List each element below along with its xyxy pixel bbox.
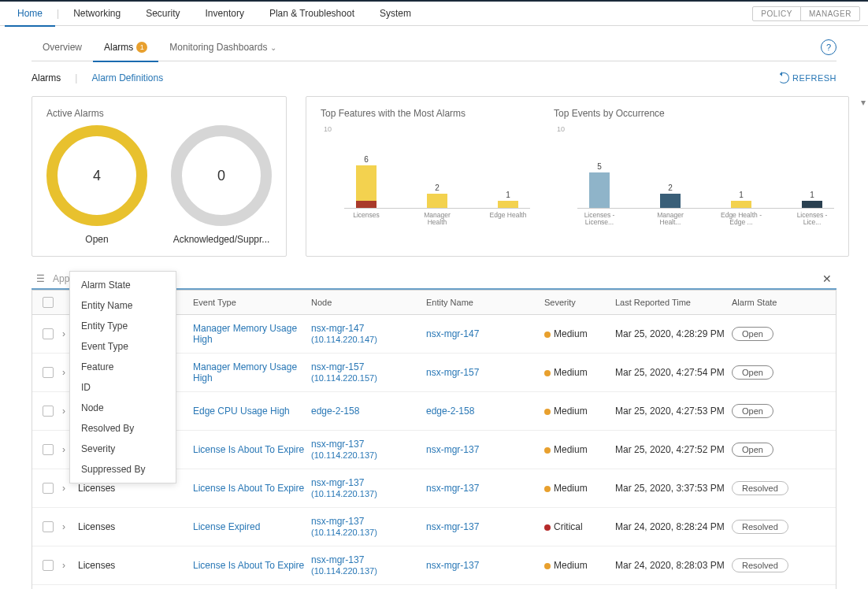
help-icon[interactable]: ? [821,39,836,55]
mode-toggle[interactable]: POLICY MANAGER [752,6,860,21]
expand-caret-icon[interactable]: › [62,483,78,494]
donut-open[interactable]: 4 [46,125,147,226]
nav-inventory[interactable]: Inventory [193,2,257,25]
tab-alarms[interactable]: Alarms [32,69,61,87]
cell-state[interactable]: Open [732,404,818,418]
chart-bar[interactable]: 1 [719,191,763,208]
col-time[interactable]: Last Reported Time [615,298,732,307]
subtab-alarms-label: Alarms [104,42,133,53]
subtab-overview[interactable]: Overview [32,34,93,61]
refresh-icon [778,72,789,83]
cell-time: Mar 25, 2020, 4:27:54 PM [615,367,732,378]
cell-event[interactable]: License Is About To Expire [193,483,311,494]
refresh-button[interactable]: REFRESH [778,72,836,83]
nav-plan-troubleshoot[interactable]: Plan & Troubleshoot [257,2,367,25]
cell-state[interactable]: Open [732,365,818,380]
filter-option[interactable]: Node [70,398,176,418]
col-entity[interactable]: Entity Name [426,298,544,307]
cell-entity[interactable]: edge-2-158 [426,406,544,417]
table-row[interactable]: ›LicensesLicense Is About To Expirensx-m… [32,585,836,589]
cell-severity: Medium [544,483,615,494]
row-checkbox[interactable] [43,444,54,455]
table-row[interactable]: ›LicensesLicense Expirednsx-mgr-137(10.1… [32,508,836,546]
cell-entity[interactable]: nsx-mgr-147 [426,328,544,339]
nav-system[interactable]: System [367,2,424,25]
donut-ack-label: Acknowledged/Suppr... [173,234,270,245]
chart-bar[interactable]: 6 [344,155,388,208]
cell-severity: Medium [544,444,615,455]
cell-state[interactable]: Resolved [732,558,818,572]
cell-node[interactable]: nsx-mgr-137(10.114.220.137) [311,477,426,499]
cell-event[interactable]: Edge CPU Usage High [193,406,311,417]
cell-event[interactable]: Manager Memory Usage High [193,361,311,383]
row-checkbox[interactable] [43,560,54,571]
filter-option[interactable]: Entity Type [70,316,176,336]
mode-policy[interactable]: POLICY [753,7,800,20]
subtab-alarms[interactable]: Alarms 1 [93,34,158,62]
cell-entity[interactable]: nsx-mgr-137 [426,560,544,571]
table-row[interactable]: ›LicensesLicense Is About To Expirensx-m… [32,546,836,585]
mode-manager[interactable]: MANAGER [800,7,859,20]
cell-node[interactable]: edge-2-158 [311,406,426,417]
cell-time: Mar 25, 2020, 3:37:53 PM [615,483,732,494]
filter-option[interactable]: Suppressed By [70,459,176,480]
nav-networking[interactable]: Networking [61,2,133,25]
row-checkbox[interactable] [43,406,54,417]
row-checkbox[interactable] [43,521,54,532]
cell-entity[interactable]: nsx-mgr-137 [426,483,544,494]
cell-entity[interactable]: nsx-mgr-137 [426,444,544,455]
col-event[interactable]: Event Type [193,298,311,307]
alarm-count-badge: 1 [136,42,147,53]
filter-option[interactable]: Event Type [70,336,176,357]
cell-state[interactable]: Open [732,443,818,457]
donut-open-label: Open [85,234,108,245]
cell-node[interactable]: nsx-mgr-137(10.114.220.137) [311,516,426,538]
cell-entity[interactable]: nsx-mgr-157 [426,367,544,378]
expand-caret-icon[interactable]: › [62,521,78,532]
row-checkbox[interactable] [43,328,54,339]
subtab-dashboards[interactable]: Monitoring Dashboards ⌄ [158,34,287,61]
filter-dropdown[interactable]: Alarm StateEntity NameEntity TypeEvent T… [69,271,176,483]
cell-node[interactable]: nsx-mgr-147(10.114.220.147) [311,323,426,345]
filter-option[interactable]: ID [70,377,176,398]
filter-option[interactable]: Feature [70,357,176,377]
row-checkbox[interactable] [43,483,54,494]
cell-state[interactable]: Open [732,327,818,341]
cell-node[interactable]: nsx-mgr-137(10.114.220.137) [311,554,426,576]
donut-ack[interactable]: 0 [171,125,272,226]
nav-security[interactable]: Security [133,2,192,25]
chart-bar[interactable]: 2 [415,183,459,208]
filter-option[interactable]: Resolved By [70,418,176,439]
subtab-dashboards-label: Monitoring Dashboards [169,42,267,53]
header-checkbox[interactable] [43,297,54,308]
col-severity[interactable]: Severity [544,298,615,307]
cell-event[interactable]: Manager Memory Usage High [193,323,311,345]
x-axis-label: Manager Health [415,212,459,227]
chart-bar[interactable]: 1 [790,191,834,208]
cell-entity[interactable]: nsx-mgr-137 [426,521,544,532]
filter-option[interactable]: Severity [70,439,176,459]
nav-home[interactable]: Home [5,2,55,27]
tab-alarm-definitions[interactable]: Alarm Definitions [91,69,163,87]
cell-time: Mar 25, 2020, 4:27:53 PM [615,406,732,417]
col-node[interactable]: Node [311,298,426,307]
cell-state[interactable]: Resolved [732,520,818,534]
close-icon[interactable]: ✕ [822,272,832,285]
filter-option[interactable]: Entity Name [70,295,176,316]
chart-bar[interactable]: 1 [486,191,530,208]
cell-node[interactable]: nsx-mgr-137(10.114.220.137) [311,439,426,461]
cell-event[interactable]: License Expired [193,521,311,532]
col-state[interactable]: Alarm State [732,298,818,307]
chart-bar[interactable]: 2 [648,183,692,208]
cell-feature: Licenses [78,483,193,494]
cell-event[interactable]: License Is About To Expire [193,560,311,571]
expand-caret-icon[interactable]: › [62,560,78,571]
chart-bar[interactable]: 5 [577,162,621,208]
filter-option[interactable]: Alarm State [70,275,176,295]
x-axis-label: Licenses - License... [577,212,621,227]
row-checkbox[interactable] [43,367,54,378]
cell-event[interactable]: License Is About To Expire [193,444,311,455]
cell-state[interactable]: Resolved [732,481,818,495]
funnel-icon[interactable]: ▾ [861,97,866,108]
cell-node[interactable]: nsx-mgr-157(10.114.220.157) [311,361,426,383]
